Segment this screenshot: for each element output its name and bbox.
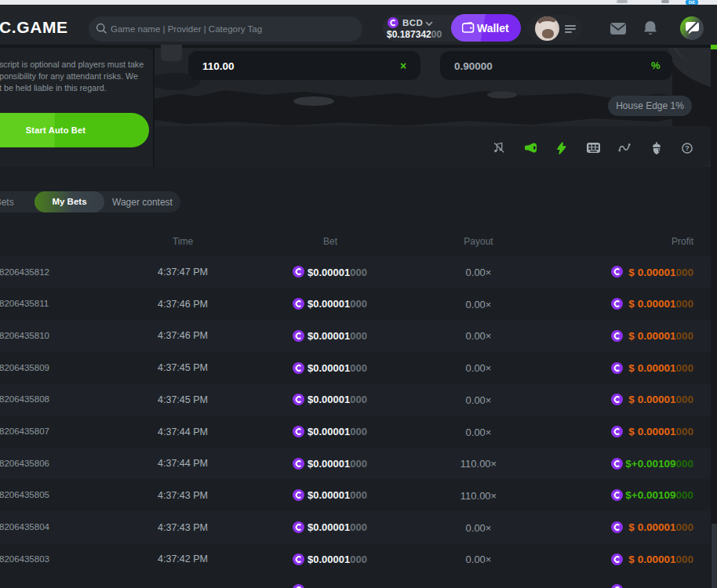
svg-text:?: ? [685,143,690,152]
